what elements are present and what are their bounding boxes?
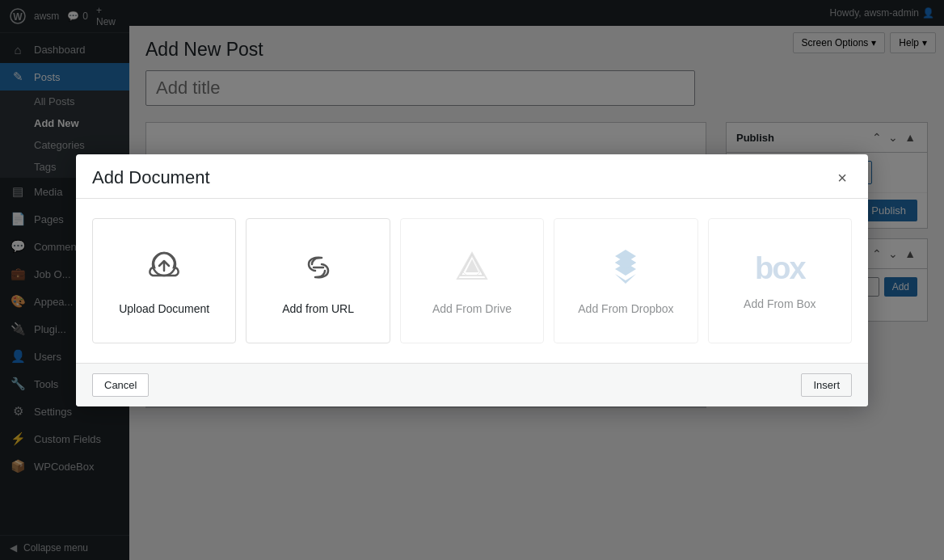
- svg-text:▲: ▲: [461, 252, 483, 277]
- modal-title: Add Document: [92, 167, 210, 188]
- insert-button[interactable]: Insert: [801, 373, 852, 397]
- add-from-drive-option: ▲ Add From Drive: [400, 218, 544, 343]
- add-from-url-option[interactable]: Add from URL: [246, 218, 390, 343]
- add-from-drive-label: Add From Drive: [432, 302, 512, 315]
- add-from-url-label: Add from URL: [282, 302, 354, 315]
- add-document-modal: Add Document × Upload Document: [76, 154, 868, 406]
- modal-overlay[interactable]: Add Document × Upload Document: [0, 0, 944, 560]
- upload-document-label: Upload Document: [119, 302, 209, 315]
- upload-document-option[interactable]: Upload Document: [92, 218, 236, 343]
- add-from-dropbox-label: Add From Dropbox: [578, 302, 673, 315]
- drive-icon: ▲: [451, 246, 493, 291]
- add-from-dropbox-option: Add From Dropbox: [554, 218, 697, 343]
- add-from-box-option: box Add From Box: [708, 218, 852, 343]
- dropbox-icon: [605, 246, 647, 291]
- modal-close-button[interactable]: ×: [832, 168, 852, 187]
- modal-body: Upload Document Add from URL: [76, 199, 868, 363]
- upload-icon: [143, 246, 185, 291]
- box-icon: box: [755, 251, 805, 286]
- modal-header: Add Document ×: [76, 154, 868, 199]
- modal-footer: Cancel Insert: [76, 363, 868, 406]
- add-from-box-label: Add From Box: [744, 297, 815, 310]
- link-icon: [297, 246, 339, 291]
- cancel-button[interactable]: Cancel: [92, 373, 149, 397]
